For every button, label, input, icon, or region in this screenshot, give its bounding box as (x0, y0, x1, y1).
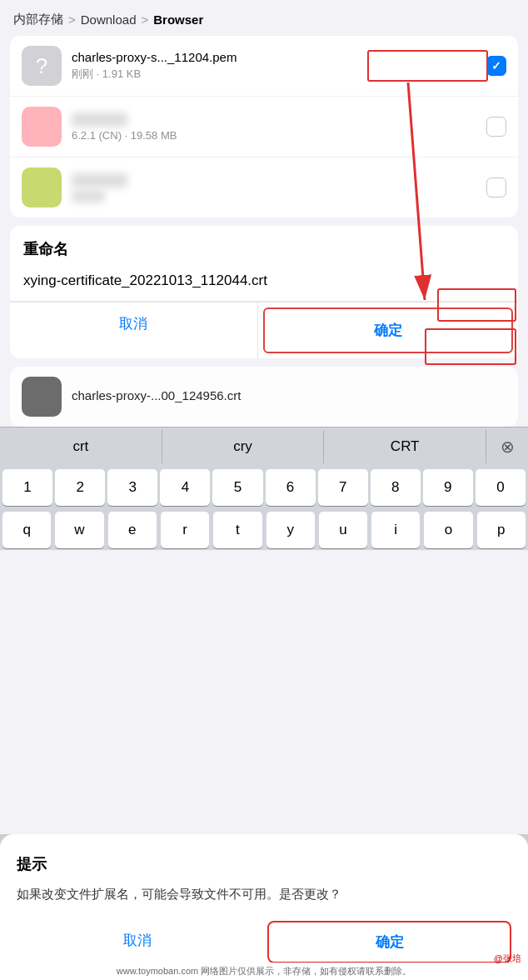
alert-dialog: 提示 如果改变文件扩展名，可能会导致文件不可用。是否更改？ 取消 确定 (0, 834, 528, 980)
autocomplete-bar: crt cry CRT ⊗ (0, 427, 528, 465)
key-4[interactable]: 4 (160, 469, 210, 506)
key-u[interactable]: u (319, 512, 367, 548)
key-7[interactable]: 7 (318, 469, 368, 506)
key-i[interactable]: i (371, 512, 420, 548)
list-item[interactable]: ? charles-proxy-s..._11204.pem 刚刚 · 1.91… (10, 36, 518, 97)
rename-title: 重命名 (10, 226, 518, 266)
rename-dialog: 重命名 取消 确定 (10, 226, 518, 358)
file-checkbox[interactable] (486, 178, 506, 198)
key-5[interactable]: 5 (212, 469, 262, 506)
csdn-badge: @张培 (494, 952, 521, 965)
key-y[interactable]: y (266, 512, 315, 548)
key-e[interactable]: e (108, 512, 157, 548)
key-q[interactable]: q (2, 512, 51, 548)
file-info-partial: charles-proxy-...00_124956.crt (72, 388, 506, 405)
alert-cancel-button[interactable]: 取消 (17, 921, 257, 963)
file-icon-pink (22, 107, 62, 147)
list-item-partial: charles-proxy-...00_124956.crt (10, 367, 518, 427)
key-p[interactable]: p (477, 512, 526, 548)
rename-actions: 取消 确定 (10, 302, 518, 358)
key-9[interactable]: 9 (423, 469, 473, 506)
file-name: charles-proxy-s..._11204.pem (72, 50, 486, 64)
autocomplete-crt[interactable]: crt (0, 430, 162, 463)
keyboard-number-row: 1 2 3 4 5 6 7 8 9 0 (0, 465, 528, 508)
file-meta-blurred (72, 190, 486, 202)
key-o[interactable]: o (424, 512, 472, 548)
autocomplete-CRT[interactable]: CRT (324, 430, 486, 463)
file-name-blurred (72, 173, 486, 188)
rename-cancel-button[interactable]: 取消 (10, 302, 258, 358)
key-6[interactable]: 6 (266, 469, 316, 506)
alert-message: 如果改变文件扩展名，可能会导致文件不可用。是否更改？ (17, 884, 511, 904)
key-3[interactable]: 3 (107, 469, 157, 506)
file-icon-yellow (22, 168, 62, 208)
keyboard-qwerty-row: q w e r t y u i o p (0, 508, 528, 550)
autocomplete-dismiss-button[interactable]: ⊗ (486, 437, 528, 457)
file-info: 6.2.1 (CN) · 19.58 MB (72, 112, 486, 142)
breadcrumb: 内部存储 > Download > Browser (0, 0, 528, 36)
rename-confirm-button[interactable]: 确定 (263, 308, 514, 353)
file-info (72, 173, 486, 202)
file-info: charles-proxy-s..._11204.pem 刚刚 · 1.91 K… (72, 50, 486, 82)
file-checkbox-checked[interactable] (486, 56, 506, 76)
list-item[interactable]: 6.2.1 (CN) · 19.58 MB (10, 97, 518, 158)
file-name-partial: charles-proxy-...00_124956.crt (72, 388, 506, 402)
key-t[interactable]: t (213, 512, 262, 548)
watermark: www.toymoban.com 网络图片仅供展示，非存储，如有侵权请联系删除。 (0, 962, 528, 980)
dialog-overlay: 提示 如果改变文件扩展名，可能会导致文件不可用。是否更改？ 取消 确定 (0, 834, 528, 980)
autocomplete-cry[interactable]: cry (162, 430, 325, 463)
key-0[interactable]: 0 (476, 469, 526, 506)
key-2[interactable]: 2 (55, 469, 105, 506)
alert-title: 提示 (17, 854, 511, 874)
key-1[interactable]: 1 (2, 469, 52, 506)
file-icon-gray: ? (22, 46, 62, 86)
keyboard: 1 2 3 4 5 6 7 8 9 0 q w e r t y u i o p (0, 465, 528, 550)
rename-input[interactable] (23, 266, 505, 296)
rename-input-wrap (10, 266, 518, 302)
file-name-blurred (72, 112, 486, 127)
breadcrumb-browser: Browser (153, 12, 203, 27)
alert-actions: 取消 确定 (17, 921, 511, 963)
breadcrumb-sep2: > (141, 12, 148, 27)
file-checkbox[interactable] (486, 117, 506, 137)
file-list: ? charles-proxy-s..._11204.pem 刚刚 · 1.91… (10, 36, 518, 218)
file-meta: 6.2.1 (CN) · 19.58 MB (72, 129, 486, 142)
breadcrumb-download[interactable]: Download (81, 12, 137, 27)
list-item[interactable] (10, 158, 518, 218)
breadcrumb-internal-storage[interactable]: 内部存储 (13, 12, 63, 28)
key-r[interactable]: r (161, 512, 209, 548)
key-8[interactable]: 8 (371, 469, 421, 506)
breadcrumb-sep1: > (68, 12, 76, 27)
file-meta: 刚刚 · 1.91 KB (72, 67, 486, 82)
alert-confirm-button[interactable]: 确定 (267, 921, 511, 963)
key-w[interactable]: w (55, 512, 103, 548)
